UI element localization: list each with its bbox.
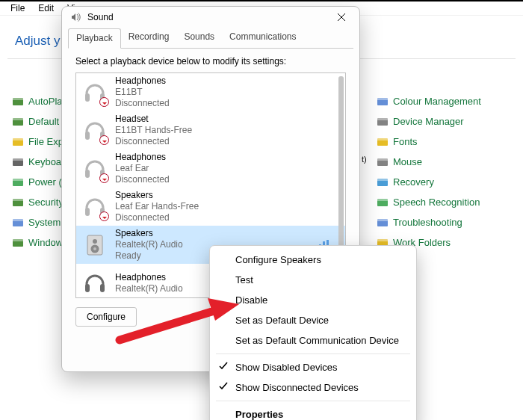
device-row[interactable]: HeadphonesE11BTDisconnected bbox=[76, 73, 345, 111]
device-status: Disconnected bbox=[115, 212, 199, 223]
tab-communications[interactable]: Communications bbox=[222, 28, 303, 48]
cp-item-label: Recovery bbox=[393, 176, 434, 188]
cp-item[interactable]: Mouse bbox=[377, 152, 523, 172]
menu-item[interactable]: Set as Default Communication Device bbox=[210, 330, 416, 350]
cp-item[interactable]: Fonts bbox=[377, 132, 523, 152]
cp-item-icon bbox=[12, 176, 24, 188]
cp-item-icon bbox=[12, 217, 24, 229]
device-subtitle: Leaf Ear Hands-Free bbox=[115, 201, 199, 212]
svg-rect-9 bbox=[13, 179, 23, 181]
cp-item[interactable]: Recovery bbox=[377, 172, 523, 192]
device-row[interactable]: HeadsetE11BT Hands-FreeDisconnected bbox=[76, 111, 345, 149]
tab-sounds[interactable]: Sounds bbox=[176, 28, 222, 48]
headphones-icon bbox=[82, 156, 108, 182]
device-text: SpeakersLeaf Ear Hands-FreeDisconnected bbox=[115, 190, 199, 223]
cp-item[interactable]: Speech Recognition bbox=[377, 192, 523, 212]
svg-rect-15 bbox=[13, 239, 23, 241]
cp-item-label: Window bbox=[28, 237, 63, 248]
menu-item[interactable]: Show Disconnected Devices bbox=[210, 377, 416, 398]
device-row[interactable]: HeadphonesLeaf EarDisconnected bbox=[76, 149, 345, 188]
svg-rect-31 bbox=[377, 239, 388, 241]
cp-item-icon bbox=[12, 156, 24, 168]
cp-item-label: System bbox=[28, 217, 61, 228]
close-button[interactable] bbox=[331, 7, 352, 28]
page-heading: Adjust y bbox=[15, 34, 60, 49]
text-fragment: t) bbox=[362, 155, 367, 164]
menu-file[interactable]: File bbox=[4, 2, 31, 14]
cp-item-icon bbox=[12, 237, 24, 249]
menu-edit[interactable]: Edit bbox=[32, 2, 60, 14]
svg-rect-45 bbox=[100, 284, 105, 292]
menu-separator bbox=[216, 353, 410, 354]
cp-item-icon bbox=[12, 197, 24, 209]
svg-rect-27 bbox=[377, 199, 388, 201]
cp-item-icon bbox=[377, 197, 389, 209]
svg-rect-25 bbox=[377, 179, 388, 181]
cp-item-label: Power ( bbox=[28, 176, 62, 188]
headphones-icon bbox=[82, 271, 108, 296]
cp-item-label: Colour Management bbox=[393, 96, 481, 107]
cp-item[interactable]: Colour Management bbox=[377, 91, 523, 111]
device-text: HeadphonesE11BTDisconnected bbox=[115, 75, 170, 109]
cp-item-label: Troubleshooting bbox=[393, 217, 462, 228]
menu-item[interactable]: Show Disabled Devices bbox=[210, 357, 416, 377]
svg-rect-13 bbox=[13, 219, 23, 221]
cp-item-label: Speech Recognition bbox=[393, 197, 480, 208]
device-text: HeadphonesRealtek(R) Audio bbox=[115, 272, 183, 294]
svg-rect-29 bbox=[377, 219, 388, 221]
device-name: Headphones bbox=[115, 152, 170, 163]
svg-rect-17 bbox=[377, 98, 388, 100]
svg-rect-23 bbox=[377, 158, 388, 161]
device-subtitle: E11BT bbox=[115, 87, 170, 98]
device-context-menu: Configure SpeakersTestDisableSet as Defa… bbox=[209, 245, 417, 420]
device-subtitle: Leaf Ear bbox=[115, 163, 170, 174]
cp-item-label: File Exp bbox=[28, 136, 64, 147]
headphones-icon bbox=[82, 194, 108, 220]
cp-item-icon bbox=[377, 96, 389, 108]
menu-separator bbox=[216, 401, 410, 401]
menu-item[interactable]: Test bbox=[210, 270, 416, 290]
cp-item-label: Keyboa bbox=[28, 156, 61, 167]
cp-item-label: Default bbox=[28, 116, 59, 127]
disconnected-badge-icon bbox=[99, 135, 109, 145]
svg-rect-5 bbox=[13, 138, 23, 140]
tab-playback[interactable]: Playback bbox=[68, 28, 121, 49]
sound-icon bbox=[69, 11, 81, 23]
disconnected-badge-icon bbox=[99, 173, 109, 183]
cp-item-icon bbox=[377, 176, 389, 188]
cp-item-label: Fonts bbox=[393, 136, 418, 147]
svg-rect-38 bbox=[85, 208, 90, 216]
device-name: Headphones bbox=[115, 75, 170, 87]
device-status: Disconnected bbox=[115, 136, 192, 147]
svg-rect-19 bbox=[377, 118, 388, 120]
device-text: HeadphonesLeaf EarDisconnected bbox=[115, 152, 170, 185]
disconnected-badge-icon bbox=[99, 211, 109, 221]
menu-item[interactable]: Set as Default Device bbox=[210, 310, 416, 330]
cp-item-label: Mouse bbox=[393, 156, 422, 167]
device-status: Disconnected bbox=[115, 174, 170, 185]
check-icon bbox=[219, 362, 228, 373]
device-subtitle: Realtek(R) Audio bbox=[115, 239, 183, 250]
tab-recording[interactable]: Recording bbox=[121, 28, 177, 48]
dialog-titlebar: Sound bbox=[62, 7, 359, 28]
cp-item[interactable]: Device Manager bbox=[377, 111, 523, 132]
svg-rect-1 bbox=[13, 98, 23, 100]
device-name: Speakers bbox=[115, 190, 199, 201]
device-row[interactable]: SpeakersLeaf Ear Hands-FreeDisconnected bbox=[76, 188, 345, 226]
configure-button[interactable]: Configure bbox=[75, 307, 137, 327]
device-subtitle: E11BT Hands-Free bbox=[115, 125, 192, 136]
menu-item[interactable]: Disable bbox=[210, 290, 416, 310]
dialog-tabs: Playback Recording Sounds Communications bbox=[62, 28, 359, 48]
headphones-icon bbox=[82, 118, 108, 143]
svg-rect-3 bbox=[13, 118, 23, 120]
cp-item-icon bbox=[12, 116, 24, 128]
device-status: Disconnected bbox=[115, 98, 170, 109]
menu-item[interactable]: Properties bbox=[210, 404, 416, 420]
disconnected-badge-icon bbox=[99, 97, 109, 107]
svg-rect-34 bbox=[85, 132, 90, 140]
cp-item-icon bbox=[12, 136, 24, 148]
menu-item[interactable]: Configure Speakers bbox=[210, 250, 416, 270]
cp-item-icon bbox=[377, 136, 389, 148]
check-icon bbox=[219, 382, 228, 393]
cp-item[interactable]: Troubleshooting bbox=[377, 212, 523, 232]
